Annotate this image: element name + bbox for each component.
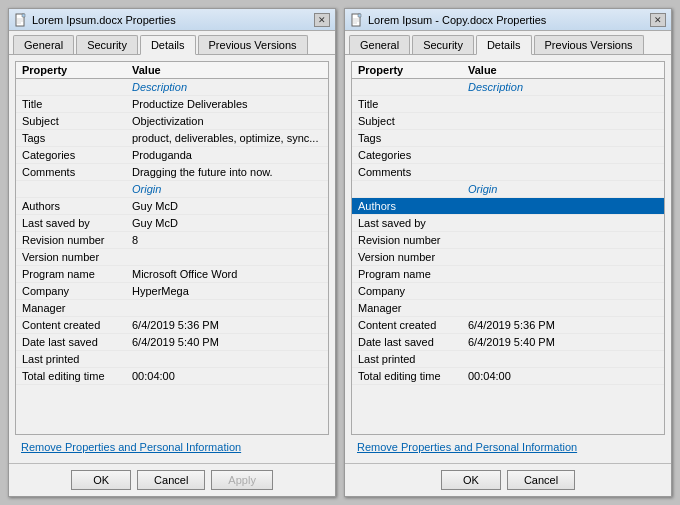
row-tags-1[interactable]: Tags product, deliverables, optimize, sy… xyxy=(16,130,328,147)
properties-table-1: Property Value Description Title Product… xyxy=(15,61,329,435)
prop-lastsavedby-value-1: Guy McD xyxy=(126,215,328,231)
row-contentcreated-1[interactable]: Content created 6/4/2019 5:36 PM xyxy=(16,317,328,334)
apply-button-1[interactable]: Apply xyxy=(211,470,273,490)
row-categories-2[interactable]: Categories xyxy=(352,147,664,164)
prop-tags-value-2 xyxy=(462,130,664,146)
file-icon-2 xyxy=(350,13,364,27)
row-manager-2[interactable]: Manager xyxy=(352,300,664,317)
prop-scroll-2[interactable]: Description Title Subject Tags Categorie… xyxy=(352,79,664,399)
row-datelastsaved-2[interactable]: Date last saved 6/4/2019 5:40 PM xyxy=(352,334,664,351)
window-title-1: Lorem Ipsum.docx Properties xyxy=(32,14,314,26)
ok-button-2[interactable]: OK xyxy=(441,470,501,490)
tab-content-1: Property Value Description Title Product… xyxy=(9,55,335,463)
row-company-1[interactable]: Company HyperMega xyxy=(16,283,328,300)
remove-properties-link-1[interactable]: Remove Properties and Personal Informati… xyxy=(21,441,241,453)
row-program-2[interactable]: Program name xyxy=(352,266,664,283)
prop-authors-value-2 xyxy=(462,198,664,214)
ok-button-1[interactable]: OK xyxy=(71,470,131,490)
col-header-property-1: Property xyxy=(16,62,126,78)
tab-security-2[interactable]: Security xyxy=(412,35,474,54)
properties-table-2: Property Value Description Title Subject xyxy=(351,61,665,435)
prop-revision-value-2 xyxy=(462,232,664,248)
row-lastprinted-2[interactable]: Last printed xyxy=(352,351,664,368)
tab-security-1[interactable]: Security xyxy=(76,35,138,54)
tab-general-2[interactable]: General xyxy=(349,35,410,54)
row-authors-1[interactable]: Authors Guy McD xyxy=(16,198,328,215)
section-origin-1: Origin xyxy=(16,181,328,198)
row-company-2[interactable]: Company xyxy=(352,283,664,300)
prop-datelastsaved-value-2: 6/4/2019 5:40 PM xyxy=(462,334,664,350)
tab-details-1[interactable]: Details xyxy=(140,35,196,55)
tab-general-1[interactable]: General xyxy=(13,35,74,54)
section-origin-2: Origin xyxy=(352,181,664,198)
close-button-2[interactable]: ✕ xyxy=(650,13,666,27)
link-area-2: Remove Properties and Personal Informati… xyxy=(351,435,665,457)
tab-bar-1: General Security Details Previous Versio… xyxy=(9,31,335,55)
prop-contentcreated-value-2: 6/4/2019 5:36 PM xyxy=(462,317,664,333)
row-revision-1[interactable]: Revision number 8 xyxy=(16,232,328,249)
row-revision-2[interactable]: Revision number xyxy=(352,232,664,249)
remove-properties-link-2[interactable]: Remove Properties and Personal Informati… xyxy=(357,441,577,453)
row-title-1[interactable]: Title Productize Deliverables xyxy=(16,96,328,113)
prop-categories-value-2 xyxy=(462,147,664,163)
prop-tags-value-1: product, deliverables, optimize, sync... xyxy=(126,130,328,146)
prop-editingtime-value-2: 00:04:00 xyxy=(462,368,664,384)
prop-authors-value-1: Guy McD xyxy=(126,198,328,214)
prop-lastprinted-value-1 xyxy=(126,351,328,367)
row-editingtime-1[interactable]: Total editing time 00:04:00 xyxy=(16,368,328,385)
window1: Lorem Ipsum.docx Properties ✕ General Se… xyxy=(8,8,336,497)
section-description-1: Description xyxy=(16,79,328,96)
link-area-1: Remove Properties and Personal Informati… xyxy=(15,435,329,457)
prop-header-2: Property Value xyxy=(352,62,664,79)
title-bar-2: Lorem Ipsum - Copy.docx Properties ✕ xyxy=(345,9,671,31)
tab-previous-versions-1[interactable]: Previous Versions xyxy=(198,35,308,54)
row-version-1[interactable]: Version number xyxy=(16,249,328,266)
cancel-button-2[interactable]: Cancel xyxy=(507,470,575,490)
prop-manager-value-2 xyxy=(462,300,664,316)
prop-version-value-1 xyxy=(126,249,328,265)
col-header-value-2: Value xyxy=(462,62,650,78)
cancel-button-1[interactable]: Cancel xyxy=(137,470,205,490)
close-button-1[interactable]: ✕ xyxy=(314,13,330,27)
window2: Lorem Ipsum - Copy.docx Properties ✕ Gen… xyxy=(344,8,672,497)
prop-lastsavedby-value-2 xyxy=(462,215,664,231)
row-program-1[interactable]: Program name Microsoft Office Word xyxy=(16,266,328,283)
prop-editingtime-value-1: 00:04:00 xyxy=(126,368,328,384)
prop-scroll-1[interactable]: Description Title Productize Deliverable… xyxy=(16,79,328,399)
prop-company-value-1: HyperMega xyxy=(126,283,328,299)
prop-subject-value-1: Objectivization xyxy=(126,113,328,129)
file-icon xyxy=(14,13,28,27)
prop-title-value-1: Productize Deliverables xyxy=(126,96,328,112)
title-bar-1: Lorem Ipsum.docx Properties ✕ xyxy=(9,9,335,31)
prop-header-1: Property Value xyxy=(16,62,328,79)
row-version-2[interactable]: Version number xyxy=(352,249,664,266)
section-label-origin-1: Origin xyxy=(126,181,328,197)
row-subject-2[interactable]: Subject xyxy=(352,113,664,130)
row-manager-1[interactable]: Manager xyxy=(16,300,328,317)
row-contentcreated-2[interactable]: Content created 6/4/2019 5:36 PM xyxy=(352,317,664,334)
prop-manager-value-1 xyxy=(126,300,328,316)
prop-title-label-1: Title xyxy=(16,96,126,112)
row-subject-1[interactable]: Subject Objectivization xyxy=(16,113,328,130)
col-header-property-2: Property xyxy=(352,62,462,78)
row-comments-1[interactable]: Comments Dragging the future into now. xyxy=(16,164,328,181)
row-categories-1[interactable]: Categories Produganda xyxy=(16,147,328,164)
row-tags-2[interactable]: Tags xyxy=(352,130,664,147)
prop-categories-value-1: Produganda xyxy=(126,147,328,163)
tab-previous-versions-2[interactable]: Previous Versions xyxy=(534,35,644,54)
prop-contentcreated-value-1: 6/4/2019 5:36 PM xyxy=(126,317,328,333)
row-editingtime-2[interactable]: Total editing time 00:04:00 xyxy=(352,368,664,385)
section-label-description-1: Description xyxy=(126,79,328,95)
prop-program-value-2 xyxy=(462,266,664,282)
section-label-origin-2: Origin xyxy=(462,181,664,197)
row-lastsavedby-2[interactable]: Last saved by xyxy=(352,215,664,232)
prop-subject-value-2 xyxy=(462,113,664,129)
row-title-2[interactable]: Title xyxy=(352,96,664,113)
prop-title-value-2 xyxy=(462,96,664,112)
row-lastsavedby-1[interactable]: Last saved by Guy McD xyxy=(16,215,328,232)
tab-details-2[interactable]: Details xyxy=(476,35,532,55)
row-datelastsaved-1[interactable]: Date last saved 6/4/2019 5:40 PM xyxy=(16,334,328,351)
row-comments-2[interactable]: Comments xyxy=(352,164,664,181)
row-lastprinted-1[interactable]: Last printed xyxy=(16,351,328,368)
row-authors-2[interactable]: Authors xyxy=(352,198,664,215)
